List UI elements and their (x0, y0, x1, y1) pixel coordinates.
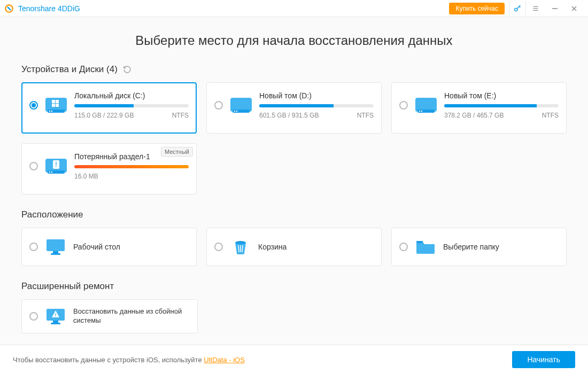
start-button[interactable]: Начинать (512, 351, 575, 368)
drive-card[interactable]: Новый том (E:)378.2 GB / 465.7 GBNTFS (391, 82, 567, 134)
svg-rect-12 (52, 104, 55, 107)
svg-point-23 (421, 111, 422, 112)
location-radio[interactable] (29, 243, 38, 251)
drive-size: 115.0 GB / 222.9 GB (74, 112, 134, 119)
titlebar: Tenorshare 4DDiG Купить сейчас (0, 0, 588, 17)
drive-size: 16.0 MB (74, 173, 98, 180)
svg-rect-37 (416, 241, 423, 243)
drive-filesystem: NTFS (172, 112, 189, 119)
location-label: Рабочий стол (73, 243, 120, 251)
location-label: Корзина (258, 243, 287, 251)
location-radio[interactable] (214, 243, 223, 251)
advanced-card[interactable]: !Восстановить данные из сбойной системы (21, 299, 198, 333)
drive-usage-bar (444, 104, 559, 107)
refresh-icon[interactable] (123, 65, 131, 74)
advanced-section-header: Расширенный ремонт (21, 281, 567, 292)
svg-rect-40 (51, 323, 60, 324)
titlebar-right: Купить сейчас (449, 1, 584, 16)
drive-card[interactable]: Новый том (D:)601.5 GB / 931.5 GBNTFS (206, 82, 382, 134)
drive-usage-bar (74, 165, 189, 168)
locations-section-label: Расположение (21, 209, 83, 220)
drive-footer: 115.0 GB / 222.9 GBNTFS (74, 112, 189, 119)
location-label: Выберите папку (443, 243, 499, 251)
locations-grid: Рабочий столКорзинаВыберите папку (21, 228, 567, 266)
svg-rect-31 (53, 251, 58, 253)
drive-body: Новый том (D:)601.5 GB / 931.5 GBNTFS (259, 91, 374, 119)
drive-icon (44, 95, 68, 115)
drive-radio[interactable] (29, 162, 38, 170)
drive-filesystem: NTFS (542, 112, 559, 119)
drive-icon (414, 95, 438, 115)
location-radio[interactable] (399, 243, 408, 251)
advanced-section-label: Расширенный ремонт (21, 281, 114, 292)
drive-usage-bar (259, 104, 374, 107)
buy-now-button[interactable]: Купить сейчас (449, 3, 505, 14)
svg-point-18 (234, 111, 235, 112)
drive-radio[interactable] (399, 101, 408, 110)
advanced-label: Восстановить данные из сбойной системы (73, 307, 190, 325)
svg-point-33 (235, 241, 246, 244)
drive-radio[interactable] (29, 101, 38, 110)
drive-filesystem: NTFS (357, 112, 374, 119)
svg-point-15 (51, 111, 52, 112)
location-card[interactable]: Корзина (206, 228, 382, 266)
locations-section-header: Расположение (21, 209, 567, 220)
svg-rect-32 (51, 253, 60, 255)
close-icon[interactable] (564, 1, 584, 16)
drive-size: 378.2 GB / 465.7 GB (444, 112, 504, 119)
svg-text:!: ! (55, 312, 57, 317)
advanced-radio[interactable] (29, 312, 38, 321)
drive-footer: 16.0 MB (74, 173, 189, 180)
crashed-icon: ! (45, 308, 66, 325)
svg-rect-10 (52, 100, 55, 103)
drive-radio[interactable] (214, 101, 223, 110)
drive-name: Новый том (D:) (259, 91, 374, 100)
svg-rect-39 (53, 321, 58, 323)
footer-link-ultdata[interactable]: UltData - iOS (204, 356, 245, 364)
svg-point-22 (419, 111, 420, 112)
drive-name: Локальный диск (C:) (74, 91, 189, 100)
folder-icon (415, 238, 436, 255)
minimize-icon[interactable] (545, 1, 564, 16)
drive-body: Локальный диск (C:)115.0 GB / 222.9 GBNT… (74, 91, 189, 119)
svg-text:!: ! (55, 161, 57, 168)
drive-card[interactable]: Местный!Потерянный раздел-116.0 MB (21, 143, 197, 194)
location-card[interactable]: Рабочий стол (21, 228, 197, 266)
footer-prefix: Чтобы восстановить данные с устройств iO… (13, 356, 204, 364)
app-logo-icon (4, 4, 14, 13)
svg-line-36 (242, 245, 243, 252)
app-title: Tenorshare 4DDiG (18, 4, 80, 13)
license-key-icon[interactable] (509, 1, 526, 16)
drive-badge: Местный (161, 147, 193, 157)
drive-icon (229, 95, 253, 115)
svg-point-28 (49, 172, 50, 173)
svg-rect-13 (56, 104, 59, 107)
drive-name: Новый том (E:) (444, 91, 559, 100)
drive-footer: 601.5 GB / 931.5 GBNTFS (259, 112, 374, 119)
trash-icon (230, 238, 251, 255)
desktop-icon (45, 238, 66, 255)
svg-rect-30 (47, 239, 65, 251)
devices-section-header: Устройства и Диски (4) (21, 64, 567, 75)
location-card[interactable]: Выберите папку (391, 228, 567, 266)
svg-point-1 (515, 8, 517, 11)
footer: Чтобы восстановить данные с устройств iO… (0, 345, 588, 374)
advanced-grid: !Восстановить данные из сбойной системы (21, 299, 567, 333)
menu-icon[interactable] (526, 1, 545, 16)
drive-usage-bar (74, 104, 189, 107)
main-content: Выберите место для начала восстановления… (0, 17, 588, 345)
svg-line-34 (238, 245, 239, 252)
svg-point-19 (236, 111, 237, 112)
devices-section-label: Устройства и Диски (4) (21, 64, 118, 75)
drive-body: Новый том (E:)378.2 GB / 465.7 GBNTFS (444, 91, 559, 119)
drive-footer: 378.2 GB / 465.7 GBNTFS (444, 112, 559, 119)
drive-card[interactable]: Локальный диск (C:)115.0 GB / 222.9 GBNT… (21, 82, 197, 134)
footer-text: Чтобы восстановить данные с устройств iO… (13, 356, 245, 364)
svg-rect-11 (56, 100, 59, 103)
svg-point-29 (51, 172, 52, 173)
drives-grid: Локальный диск (C:)115.0 GB / 222.9 GBNT… (21, 82, 567, 194)
page-title: Выберите место для начала восстановления… (21, 33, 567, 48)
drive-size: 601.5 GB / 931.5 GB (259, 112, 319, 119)
svg-point-14 (49, 111, 50, 112)
titlebar-left: Tenorshare 4DDiG (4, 4, 80, 13)
